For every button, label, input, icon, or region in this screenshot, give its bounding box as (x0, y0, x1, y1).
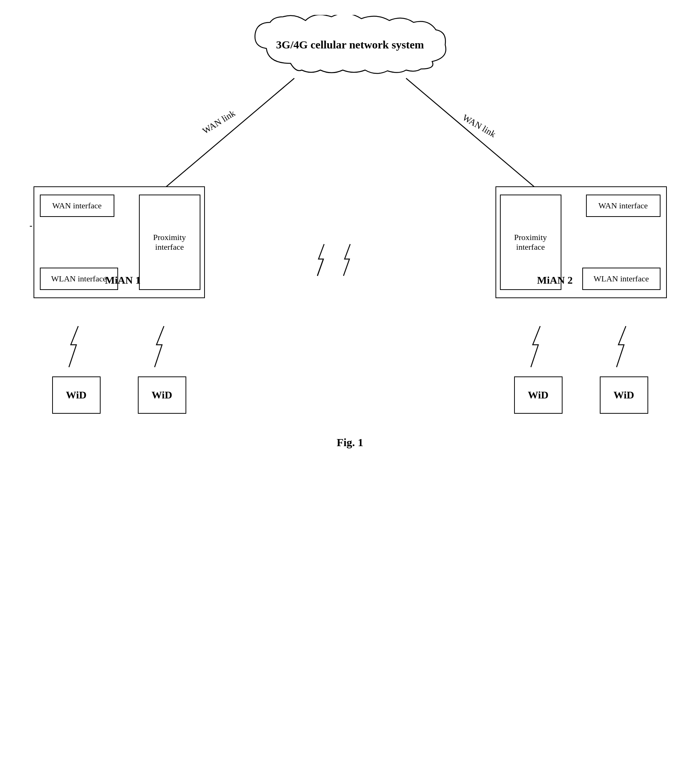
wid-group-left: WiD WiD (34, 324, 205, 414)
lightning-row-right (495, 324, 667, 369)
svg-line-1 (406, 78, 552, 201)
lightning-left-2 (147, 324, 177, 369)
lightning-row-left (34, 324, 205, 369)
mian1-label: MiAN 1 (105, 274, 141, 286)
diagram-container: 3G/4G cellular network system WAN link W… (34, 15, 667, 449)
wid-boxes-left: WiD WiD (34, 377, 205, 414)
wid-boxes-right: WiD WiD (495, 377, 667, 414)
mian1-proximity-interface: Proximity interface (139, 195, 200, 290)
mian2-wan-interface: WAN interface (586, 195, 661, 217)
cloud-shape: 3G/4G cellular network system (246, 15, 455, 75)
mian1-box: WAN interface WLAN interface Proximity i… (34, 186, 205, 298)
wid-box-2: WiD (138, 377, 186, 414)
wan-link-right-label: WAN link (461, 113, 497, 139)
lightning-right-1 (523, 324, 553, 369)
mian2-wlan-interface: WLAN interface (582, 267, 661, 290)
mian2-label: MiAN 2 (537, 274, 573, 286)
cloud-wrapper: 3G/4G cellular network system (238, 15, 462, 75)
proximity-lightning-svg (313, 242, 388, 280)
wid-section: WiD WiD WiD (34, 324, 667, 414)
wid-box-1: WiD (52, 377, 101, 414)
wid-group-right: WiD WiD (495, 324, 667, 414)
mian2-box: Proximity interface WAN interface WLAN i… (495, 186, 667, 298)
proximity-link-area (298, 205, 402, 317)
lightning-left-1 (61, 324, 91, 369)
mian-boxes-row: WAN interface WLAN interface Proximity i… (34, 186, 667, 317)
lightning-right-2 (609, 324, 639, 369)
wid-box-4: WiD (600, 377, 648, 414)
wid-box-3: WiD (514, 377, 562, 414)
main-boxes-area: WLAN side WAN interface WLAN interface P… (34, 186, 667, 317)
fig-label: Fig. 1 (337, 436, 364, 449)
mian1-wan-interface: WAN interface (40, 195, 114, 217)
svg-line-0 (149, 78, 294, 201)
